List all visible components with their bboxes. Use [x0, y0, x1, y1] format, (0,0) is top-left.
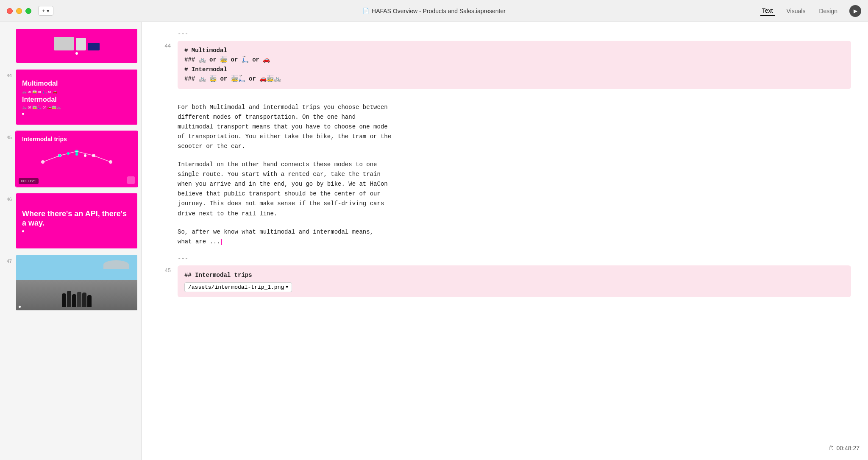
title-bar: + ▾ 📄 HAFAS Overview - Products and Sale…: [0, 0, 868, 22]
divider: ---: [178, 31, 851, 37]
slide-44-title2: Intermodal: [22, 95, 131, 103]
slide-46-content: Where there's an API, there's a way.: [16, 193, 137, 248]
slide-number: 46: [3, 192, 12, 249]
slide-47-photo: [16, 255, 137, 310]
slide-thumbnail: Multimodal 🚲 or 🚋 or 🛴 or 🚗 Intermodal 🚲…: [15, 69, 138, 125]
window-title-area: 📄 HAFAS Overview - Products and Sales.ia…: [362, 8, 506, 14]
markdown-block-45[interactable]: ## Intermodal trips /assets/intermodal-t…: [178, 265, 851, 297]
block-number: 44: [159, 41, 171, 49]
devices-graphic: [54, 37, 100, 50]
add-slide-label: + ▾: [42, 8, 50, 14]
title-bar-tabs: Text Visuals Design ▶: [760, 5, 861, 17]
slide-45-content: Intermodal trips: [16, 131, 137, 187]
slide-46-text: Where there's an API, there's a way.: [22, 209, 131, 228]
svg-point-5: [58, 154, 61, 157]
prose-text[interactable]: For both Multimodal and intermodal trips…: [178, 103, 500, 247]
divider: ---: [178, 255, 851, 262]
slide-44-line2: 🚲 or 🚋🛴 or 🚗🚋🚲: [22, 105, 131, 109]
slide-43-content: [16, 29, 137, 63]
slide-block-header: 44 # Multimodal ### 🚲 or 🚋 or 🛴 or 🚗 # I…: [159, 41, 851, 92]
tab-text[interactable]: Text: [760, 6, 775, 16]
list-item[interactable]: 46 Where there's an API, there's a way.: [0, 190, 142, 252]
device-laptop: [54, 37, 74, 50]
slide-number: 47: [3, 254, 12, 311]
markdown-heading: ## Intermodal trips: [184, 270, 844, 280]
timer-icon: ⏱: [828, 445, 834, 452]
editor-area[interactable]: --- 44 # Multimodal ### 🚲 or 🚋 or 🛴 or 🚗…: [142, 22, 868, 460]
graph-svg: [22, 145, 131, 170]
text-cursor: [221, 239, 222, 245]
slide-47-content: [16, 255, 137, 310]
svg-point-6: [67, 152, 70, 155]
asset-selector-wrapper[interactable]: /assets/intermodal-trip_1.png ▼: [184, 282, 844, 292]
list-item[interactable]: 45 Intermodal trips: [0, 128, 142, 190]
prose-paragraph: For both Multimodal and intermodal trips…: [178, 103, 500, 151]
minimize-button[interactable]: [16, 8, 22, 14]
add-slide-button[interactable]: + ▾: [38, 6, 53, 16]
slide-44-line1: 🚲 or 🚋 or 🛴 or 🚗: [22, 89, 131, 94]
list-item[interactable]: [0, 25, 142, 66]
block-number: 45: [159, 265, 171, 273]
main-content: 44 Multimodal 🚲 or 🚋 or 🛴 or 🚗 Intermoda…: [0, 22, 868, 460]
slide-44-content: Multimodal 🚲 or 🚋 or 🛴 or 🚗 Intermodal 🚲…: [16, 70, 137, 125]
prose-paragraph: Intermodal on the other hand connects th…: [178, 160, 500, 219]
people-silhouettes: [62, 291, 92, 307]
maximize-button[interactable]: [25, 8, 31, 14]
file-icon: 📄: [362, 8, 369, 14]
slide-45-graph: [22, 145, 131, 180]
tab-design[interactable]: Design: [817, 7, 839, 15]
list-item[interactable]: 44 Multimodal 🚲 or 🚋 or 🛴 or 🚗 Intermoda…: [0, 66, 142, 128]
svg-point-7: [75, 153, 78, 156]
list-item[interactable]: 47: [0, 252, 142, 314]
play-icon: ▶: [854, 8, 857, 14]
slide-number: 45: [3, 131, 12, 187]
block-content[interactable]: # Multimodal ### 🚲 or 🚋 or 🛴 or 🚗 # Inte…: [178, 41, 851, 92]
slide-icon: [127, 176, 135, 184]
device-tablet: [76, 38, 86, 50]
tab-visuals[interactable]: Visuals: [785, 7, 807, 15]
slide-dot: [19, 306, 21, 308]
play-button[interactable]: ▶: [849, 5, 861, 17]
markdown-line: ### 🚲 or 🚋 or 🛴 or 🚗: [184, 55, 844, 64]
slide-thumbnail: [15, 28, 138, 64]
markdown-block[interactable]: # Multimodal ### 🚲 or 🚋 or 🛴 or 🚗 # Inte…: [178, 41, 851, 89]
slide-thumbnail: [15, 254, 138, 311]
markdown-line: # Multimodal: [184, 46, 844, 55]
window-title: HAFAS Overview - Products and Sales.iapr…: [372, 8, 506, 14]
device-card: [88, 43, 100, 50]
timer-value: 00:48:27: [837, 445, 860, 452]
sidebar: 44 Multimodal 🚲 or 🚋 or 🛴 or 🚗 Intermoda…: [0, 22, 142, 460]
markdown-line: # Intermodal: [184, 65, 844, 74]
slide-block-header-45: 45 ## Intermodal trips /assets/intermoda…: [159, 265, 851, 297]
chevron-down-icon: ▼: [286, 285, 288, 290]
slide-number: [3, 28, 12, 64]
slide-number: 44: [3, 69, 12, 125]
slide-dot: [75, 52, 78, 55]
slide-block-44: 44 # Multimodal ### 🚲 or 🚋 or 🛴 or 🚗 # I…: [159, 41, 851, 92]
svg-point-8: [84, 154, 86, 157]
slide-timer: 00:00:21: [19, 178, 39, 184]
markdown-line: ### 🚲 🚋 or 🚋🛴 or 🚗🚋🚲: [184, 74, 844, 84]
block-content-45[interactable]: ## Intermodal trips /assets/intermodal-t…: [178, 265, 851, 297]
slide-44-title: Multimodal: [22, 79, 131, 87]
prose-paragraph: So, after we know what multimodal and in…: [178, 227, 500, 247]
close-button[interactable]: [7, 8, 13, 14]
slide-thumbnail: Intermodal trips: [15, 131, 138, 187]
slide-block-45: 45 ## Intermodal trips /assets/intermoda…: [159, 265, 851, 297]
asset-selector[interactable]: /assets/intermodal-trip_1.png ▼: [184, 282, 292, 292]
slide-thumbnail: Where there's an API, there's a way.: [15, 192, 138, 249]
slide-dot: [22, 113, 24, 115]
bottom-timer: ⏱ 00:48:27: [828, 445, 860, 452]
asset-path: /assets/intermodal-trip_1.png: [188, 284, 284, 290]
traffic-lights: [7, 8, 31, 14]
slide-dot: [22, 230, 24, 232]
slide-45-title: Intermodal trips: [22, 136, 131, 142]
